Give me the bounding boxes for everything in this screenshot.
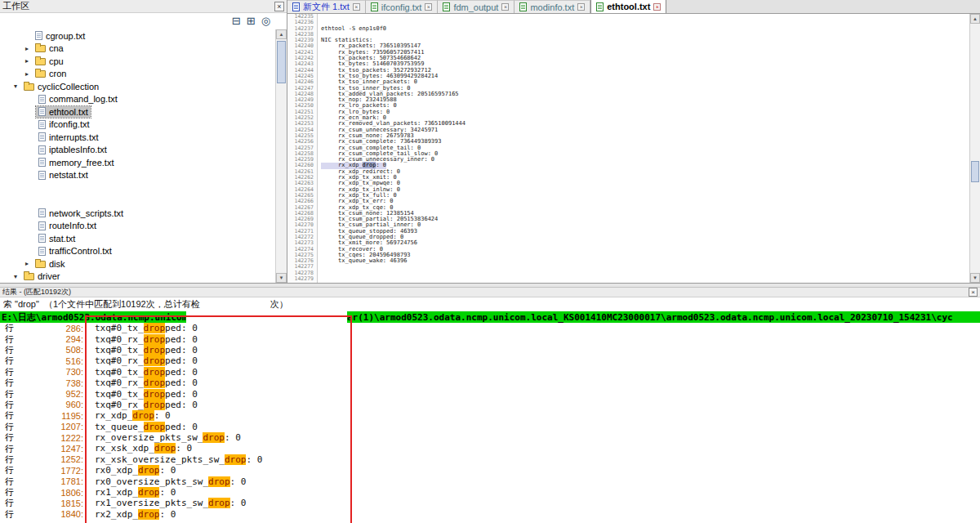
tree-spacer [0,181,276,194]
editor-body[interactable]: 1422351422361422371422381422391422401422… [287,14,969,283]
results-header: 结果 - (匹配10192次) × [0,288,980,297]
tree-item-unit: cgroup.txt [33,30,87,42]
tree-item-cna[interactable]: ▸cna [0,42,276,56]
tab-ethtool.txt[interactable]: ethtool.txt× [590,0,666,13]
tree-item-unit: netstat.txt [36,169,91,181]
result-row[interactable]: 行952:txq#0_tx_dropped: 0 [0,388,980,399]
scroll-down-icon[interactable]: ▼ [970,273,980,283]
tree-item-disk[interactable]: ▸disk [0,257,276,270]
tree-item-routeInfo.txt[interactable]: routeInfo.txt [0,220,276,233]
workspace-header: 工作区 × [0,0,287,13]
tab-modinfo.txt[interactable]: modinfo.txt× [514,0,590,13]
result-line-number: 1252: [15,454,83,464]
code-line: tx_nop: 232419588 [321,97,969,103]
code-line: ethtool -S enp1s0f0 [321,26,969,32]
tree-item-trafficControl.txt[interactable]: trafficControl.txt [0,245,276,258]
code-line: tx_tso_inner_packets: 0 [321,79,969,85]
file-icon [38,247,46,256]
result-line-number: 738: [15,378,83,388]
collapsed-arrow-icon[interactable]: ▸ [21,70,33,78]
tab-fdm_output[interactable]: fdm_output× [438,0,514,13]
result-row[interactable]: 行508:txq#0_tx_dropped: 0 [0,345,980,355]
application-window: 工作区 × ⊟ ⊞ ◎ cgroup.txt▸cna▸cpu▸cron▾cycl… [0,0,980,523]
search-summary-suffix: 次） [270,298,288,311]
result-text: txq#0_tx_dropped: 0 [95,345,198,355]
result-row[interactable]: 行1815:rx1_oversize_pkts_sw_drop: 0 [0,498,980,508]
result-row[interactable]: 行1806:rx1_xdp_drop: 0 [0,487,980,498]
result-line-number: 1222: [15,433,83,443]
collapsed-arrow-icon[interactable]: ▸ [21,57,33,65]
result-row[interactable]: 行738:txq#0_rx_dropped: 0 [0,378,980,388]
tree-item-unit: iptablesInfo.txt [36,144,109,155]
collapsed-arrow-icon[interactable]: ▸ [21,260,33,267]
result-row[interactable]: 行1222:rx_oversize_pkts_sw_drop: 0 [0,432,980,443]
result-row[interactable]: 行730:txq#0_tx_dropped: 0 [0,367,980,378]
tab-close-icon[interactable]: × [501,3,509,11]
expanded-arrow-icon[interactable]: ▾ [10,83,21,90]
result-row[interactable]: 行1772:rx0_xdp_drop: 0 [0,465,980,476]
doc-icon [519,2,527,11]
match-highlight: drop [208,476,230,487]
match-highlight: drop [138,487,160,498]
tree-item-netstat.txt[interactable]: netstat.txt [0,169,276,182]
tab-close-icon[interactable]: × [353,3,360,11]
tab-close-icon[interactable]: × [653,3,661,11]
tree-item-ethtool.txt[interactable]: ethtool.txt [0,105,276,118]
tree-item-ifconfig.txt[interactable]: ifconfig.txt [0,118,276,132]
result-file-path-row[interactable]: E:\日志\armod0523.odata.ncmp.unicom.local … [0,311,980,323]
editor-scrollbar-thumb[interactable] [971,161,979,182]
tree-item-network_scripts.txt[interactable]: network_scripts.txt [0,207,276,220]
result-row[interactable]: 行286:txq#0_tx_dropped: 0 [0,323,980,333]
scroll-up-icon[interactable]: ▲ [970,14,980,24]
editor-scrollbar[interactable]: ▲ ▼ [969,14,980,283]
file-icon [38,145,46,154]
result-row[interactable]: 行1252:rx_xsk_oversize_pkts_sw_drop: 0 [0,454,980,465]
scroll-down-icon[interactable]: ▼ [276,273,287,283]
tab-close-icon[interactable]: × [425,3,432,11]
tree-scrollbar-thumb[interactable] [277,41,286,83]
tree-item-iptablesInfo.txt[interactable]: iptablesInfo.txt [0,144,276,157]
result-row[interactable]: 行1840:rx2_xdp_drop: 0 [0,509,980,520]
result-line-number: 508: [15,345,83,355]
code-line: rx_xdp_tx_full: 0 [321,193,969,199]
tab-close-icon[interactable]: × [577,3,585,11]
result-row[interactable]: 行294:txq#0_rx_dropped: 0 [0,333,980,344]
tree-item-cyclicCollection[interactable]: ▾cyclicCollection [0,80,276,93]
result-text: txq#0_rx_dropped: 0 [95,400,198,410]
collapsed-arrow-icon[interactable]: ▸ [21,45,33,52]
result-line-number: 516: [15,356,83,366]
tree-scrollbar[interactable]: ▲ ▼ [275,29,287,283]
result-row[interactable]: 行960:txq#0_rx_dropped: 0 [0,400,980,410]
tree-item-cpu[interactable]: ▸cpu [0,55,276,68]
redaction-box [404,270,506,283]
expand-all-icon[interactable]: ⊞ [247,16,256,27]
tree-item-interrupts.txt[interactable]: interrupts.txt [0,131,276,144]
locate-file-icon[interactable]: ◎ [261,16,270,27]
result-row[interactable]: 行1781:rx0_oversize_pkts_sw_drop: 0 [0,476,980,486]
workspace-close-icon[interactable]: × [274,2,284,11]
tree-item-cron[interactable]: ▸cron [0,68,276,81]
results-close-icon[interactable]: × [969,288,978,297]
tree-item-driver[interactable]: ▾driver [0,270,276,284]
tab-bar: 新文件 1.txt×ifconfig.txt×fdm_output×modinf… [287,0,980,14]
scroll-up-icon[interactable]: ▲ [276,29,287,39]
tree-item-cgroup.txt[interactable]: cgroup.txt [0,29,276,42]
code-line: tx_csum_partial_inner: 0 [321,222,969,228]
result-row[interactable]: 行1195:rx_xdp_drop: 0 [0,410,980,421]
code-line: tx_recover: 0 [321,247,969,253]
collapse-all-icon[interactable]: ⊟ [232,16,241,27]
match-highlight: drop [144,323,166,333]
tree-item-stat.txt[interactable]: stat.txt [0,232,276,245]
tab-ifconfig.txt[interactable]: ifconfig.txt× [366,0,439,13]
code-area[interactable]: ethtool -S enp1s0f0 NIC statistics: rx_p… [318,14,969,283]
expanded-arrow-icon[interactable]: ▾ [10,273,21,280]
result-row[interactable]: 行516:txq#0_rx_dropped: 0 [0,355,980,366]
code-line: tx_xmit_more: 569724756 [321,240,969,246]
result-row[interactable]: 行1247:rx_xsk_xdp_drop: 0 [0,443,980,454]
tree-item-command_log.txt[interactable]: command_log.txt [0,93,276,106]
folder-icon [35,58,46,65]
result-row[interactable]: 行1207:tx_queue_dropped: 0 [0,422,980,432]
tab-新文件 1.txt[interactable]: 新文件 1.txt× [287,0,366,13]
tree-item-memory_free.txt[interactable]: memory_free.txt [0,156,276,169]
tree-item-unit: interrupts.txt [36,132,101,143]
